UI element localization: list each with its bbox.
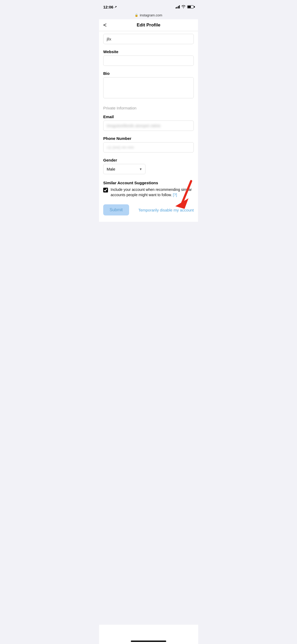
- phone-input[interactable]: +1 (•••) •••-••••: [103, 142, 194, 153]
- submit-area: Submit Temporarily disable my account: [103, 200, 194, 222]
- suggestions-checkbox[interactable]: [103, 188, 108, 192]
- help-link[interactable]: [?]: [173, 193, 177, 197]
- browser-bar: 🔒 instagram.com: [99, 12, 198, 19]
- status-icons: [176, 5, 194, 9]
- form-content: Website Bio Private Information Email il…: [99, 31, 198, 222]
- status-bar: 12:06 ↗: [99, 0, 198, 12]
- signal-icon: [176, 5, 180, 8]
- suggestions-title: Similar Account Suggestions: [103, 181, 194, 185]
- username-input[interactable]: [103, 34, 194, 44]
- edit-profile-header: < Edit Profile: [99, 19, 198, 31]
- url-text: instagram.com: [140, 13, 162, 17]
- gender-select-wrapper: Male Female Custom Prefer not to say ▼: [103, 164, 145, 174]
- location-icon: ↗: [114, 5, 117, 9]
- wifi-icon: [181, 5, 186, 9]
- suggestions-text: Include your account when recommending s…: [111, 187, 194, 197]
- lock-icon: 🔒: [135, 13, 138, 17]
- suggestions-section: Similar Account Suggestions Include your…: [103, 177, 194, 200]
- time-display: 12:06: [103, 5, 113, 9]
- phone-label: Phone Number: [103, 136, 194, 141]
- phone-blurred-value: +1 (•••) •••-••••: [107, 145, 134, 150]
- url-bar[interactable]: 🔒 instagram.com: [135, 13, 162, 17]
- suggestions-checkbox-row: Include your account when recommending s…: [103, 187, 194, 197]
- page-title: Edit Profile: [137, 22, 161, 28]
- website-label: Website: [103, 49, 194, 54]
- disable-account-link[interactable]: Temporarily disable my account: [138, 208, 194, 212]
- back-button[interactable]: <: [103, 22, 107, 29]
- email-input[interactable]: ilmqjxkmllkmlk.skmqml.mklm: [103, 121, 194, 131]
- email-blurred-value: ilmqjxkmllkmlk.skmqml.mklm: [107, 124, 161, 128]
- status-time: 12:06 ↗: [103, 5, 117, 9]
- submit-button[interactable]: Submit: [103, 204, 129, 215]
- email-label: Email: [103, 114, 194, 119]
- email-field-group: Email ilmqjxkmllkmlk.skmqml.mklm: [103, 112, 194, 134]
- bio-label: Bio: [103, 71, 194, 76]
- phone-field-group: Phone Number +1 (•••) •••-••••: [103, 134, 194, 155]
- suggestions-text-content: Include your account when recommending s…: [111, 187, 192, 197]
- bio-input[interactable]: [103, 77, 194, 98]
- gender-field-group: Gender Male Female Custom Prefer not to …: [103, 155, 194, 177]
- website-input[interactable]: [103, 56, 194, 66]
- username-field-group: [103, 31, 194, 47]
- website-field-group: Website: [103, 47, 194, 68]
- private-info-section-label: Private Information: [103, 102, 194, 112]
- gender-select[interactable]: Male Female Custom Prefer not to say: [103, 164, 145, 174]
- battery-icon: [187, 5, 194, 8]
- gender-label: Gender: [103, 158, 194, 162]
- bio-field-group: Bio: [103, 68, 194, 102]
